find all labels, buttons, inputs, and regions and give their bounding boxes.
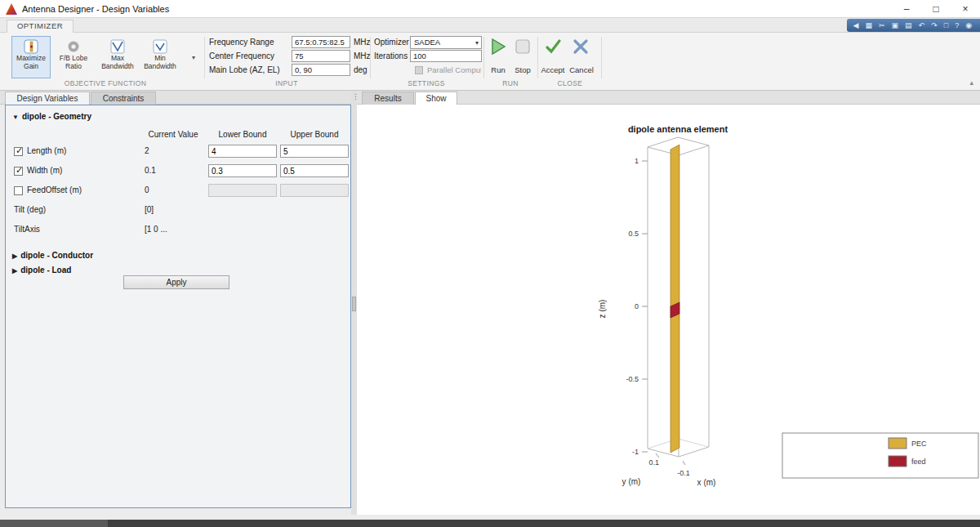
tab-results[interactable]: Results xyxy=(362,92,414,105)
feedoffset-lower-bound-input xyxy=(208,184,277,197)
maximize-gain-button[interactable]: Maximize Gain xyxy=(11,36,51,78)
x-tick-label: -0.1 xyxy=(677,469,690,477)
divider-handle[interactable] xyxy=(352,297,356,311)
iterations-input[interactable] xyxy=(410,50,482,62)
collapse-ribbon-icon[interactable]: ▴ xyxy=(969,78,973,87)
current-value: 0 xyxy=(145,185,149,194)
z-tick-label: 0 xyxy=(635,302,639,310)
iterations-label: Iterations xyxy=(374,51,408,60)
conductor-section-header[interactable]: ▶dipole - Conductor xyxy=(12,251,93,260)
document-tab-bar: Design Variables Constraints Results Sho… xyxy=(0,91,980,105)
frequency-range-input[interactable] xyxy=(292,36,350,48)
center-frequency-input[interactable] xyxy=(292,50,350,62)
run-icon[interactable] xyxy=(489,38,507,56)
panel-divider[interactable]: ⋮ xyxy=(351,91,357,515)
section-collapsed-icon: ▶ xyxy=(12,252,17,260)
ribbon-tab-row: OPTIMIZER ◀ ▦ ✂ ▣ ▤ ↶ ↷ □ ? ◉ xyxy=(0,18,980,33)
window-title: Antenna Designer - Design Variables xyxy=(22,4,169,14)
collapse-icon[interactable]: ◀ xyxy=(853,19,859,32)
optimizer-label: Optimizer xyxy=(374,38,409,47)
geometry-header-label: dipole - Geometry xyxy=(22,112,91,121)
dipole-pec-strip xyxy=(670,145,679,453)
copy-icon[interactable]: ▣ xyxy=(892,19,899,32)
stop-icon[interactable] xyxy=(514,38,532,56)
accept-label: Accept xyxy=(539,65,567,74)
tab-show[interactable]: Show xyxy=(415,92,457,105)
tab-design-variables[interactable]: Design Variables xyxy=(5,92,90,105)
row-label: FeedOffset (m) xyxy=(27,185,82,194)
max-bandwidth-button[interactable]: Max Bandwidth xyxy=(98,36,137,78)
load-section-header[interactable]: ▶dipole - Load xyxy=(12,266,71,275)
titlebar: Antenna Designer - Design Variables – □ … xyxy=(0,0,980,18)
column-current-value: Current Value xyxy=(136,130,210,139)
parallel-computing-checkbox[interactable] xyxy=(415,66,423,74)
column-upper-bound: Upper Bound xyxy=(280,130,349,139)
cut-icon[interactable]: ✂ xyxy=(879,19,885,32)
maximize-gain-label: Maximize Gain xyxy=(12,55,50,70)
width-upper-bound-input[interactable] xyxy=(280,164,349,177)
length-upper-bound-input[interactable] xyxy=(280,145,349,158)
ribbon: Maximize Gain F/B Lobe Ratio Max Bandwid… xyxy=(0,33,980,91)
section-label-close: CLOSE xyxy=(538,79,602,87)
y-tick-label: 0.1 xyxy=(648,458,659,467)
paste-icon[interactable]: ▤ xyxy=(905,19,912,32)
divider-grip-icon: ⋮ xyxy=(352,92,359,100)
feedoffset-checkbox[interactable] xyxy=(14,186,23,195)
section-label-input: INPUT xyxy=(205,79,368,87)
minimize-icon[interactable]: – xyxy=(892,0,921,18)
geometry-section-header[interactable]: ▼dipole - Geometry xyxy=(12,112,91,121)
section-separator xyxy=(204,37,205,78)
fb-lobe-ratio-button[interactable]: F/B Lobe Ratio xyxy=(54,36,93,78)
accept-icon[interactable] xyxy=(544,38,562,56)
undo-icon[interactable]: ↶ xyxy=(919,19,925,32)
chevron-down-icon[interactable]: ▾ xyxy=(188,52,199,64)
grid-icon[interactable]: ▦ xyxy=(866,19,873,32)
section-separator xyxy=(483,37,484,78)
center-frequency-unit: MHz xyxy=(354,51,371,60)
load-header-label: dipole - Load xyxy=(20,266,71,275)
center-frequency-label: Center Frequency xyxy=(209,51,274,60)
max-bandwidth-label: Max Bandwidth xyxy=(99,55,136,70)
help-icon[interactable]: ? xyxy=(955,19,959,32)
x-axis-label: x (m) xyxy=(697,478,716,487)
run-label: Run xyxy=(487,65,510,74)
redo-icon[interactable]: ↷ xyxy=(931,19,938,32)
legend-box xyxy=(782,433,978,478)
maximize-icon[interactable]: □ xyxy=(921,0,951,18)
min-bandwidth-button[interactable]: Min Bandwidth xyxy=(140,36,180,78)
antenna-3d-plot: dipole antenna element 1 0.5 0 -0.5 -1 z xyxy=(357,105,980,515)
width-lower-bound-input[interactable] xyxy=(208,164,277,177)
current-value: 2 xyxy=(145,146,149,155)
apply-button[interactable]: Apply xyxy=(123,275,229,289)
fb-lobe-ratio-label: F/B Lobe Ratio xyxy=(55,55,92,70)
window-controls: – □ × xyxy=(892,0,980,18)
length-checkbox[interactable] xyxy=(14,147,23,156)
z-axis-label: z (m) xyxy=(598,300,607,319)
section-label-objective: OBJECTIVE FUNCTION xyxy=(24,79,187,87)
z-tick-label: 0.5 xyxy=(628,230,639,238)
length-lower-bound-input[interactable] xyxy=(208,145,277,158)
conductor-header-label: dipole - Conductor xyxy=(20,251,93,260)
main-lobe-unit: deg xyxy=(354,65,368,74)
optimizer-dropdown[interactable]: SADEA ▾ xyxy=(410,36,482,49)
z-tick-label: 1 xyxy=(635,157,639,165)
current-value: [1 0 ... xyxy=(145,225,167,234)
row-label: TiltAxis xyxy=(14,225,40,234)
z-tick-label: -0.5 xyxy=(626,375,639,383)
table-row-tilt: Tilt (deg) [0] xyxy=(6,205,350,219)
status-bar xyxy=(0,520,980,527)
status-bar-segment xyxy=(0,520,108,527)
tab-constraints[interactable]: Constraints xyxy=(91,92,156,105)
tab-optimizer[interactable]: OPTIMIZER xyxy=(7,20,74,33)
table-row-tiltaxis: TiltAxis [1 0 ... xyxy=(6,225,350,239)
show-panel: dipole antenna element 1 0.5 0 -0.5 -1 z xyxy=(357,105,980,515)
y-axis-label: y (m) xyxy=(622,477,641,486)
current-value: 0.1 xyxy=(145,166,156,175)
cancel-label: Cancel xyxy=(568,65,595,74)
main-lobe-input[interactable] xyxy=(292,64,350,76)
close-icon[interactable]: × xyxy=(951,0,980,18)
cancel-icon[interactable] xyxy=(572,38,590,56)
resources-icon[interactable]: ◉ xyxy=(965,19,972,32)
layout-icon[interactable]: □ xyxy=(944,19,948,32)
width-checkbox[interactable] xyxy=(14,167,23,176)
